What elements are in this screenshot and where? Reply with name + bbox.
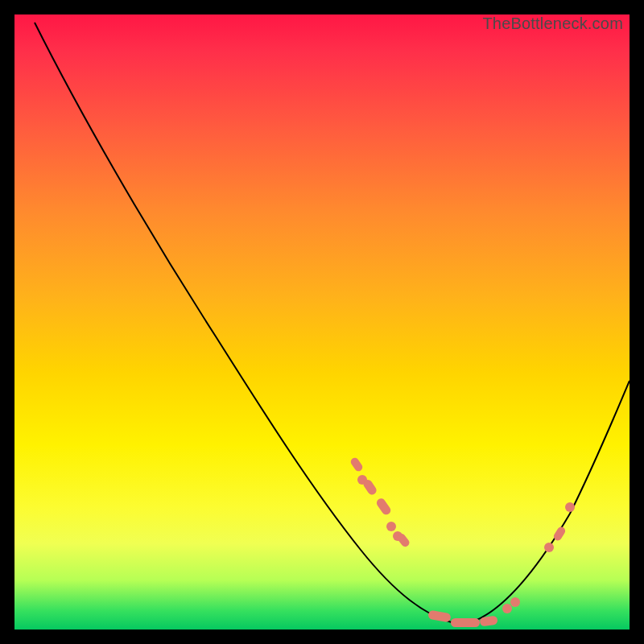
- svg-rect-7: [427, 610, 451, 623]
- svg-point-10: [502, 604, 512, 613]
- svg-rect-3: [375, 497, 393, 516]
- svg-point-14: [565, 502, 575, 512]
- chart-svg: [14, 14, 630, 630]
- svg-point-12: [544, 543, 554, 552]
- marker-cluster-trough: [427, 597, 520, 627]
- svg-rect-0: [349, 456, 364, 473]
- marker-cluster-right: [544, 502, 575, 552]
- svg-point-4: [386, 522, 396, 531]
- svg-rect-8: [451, 618, 480, 627]
- marker-cluster-left: [349, 456, 411, 548]
- bottleneck-curve: [35, 23, 630, 625]
- chart-frame: TheBottleneck.com: [14, 14, 630, 630]
- svg-point-11: [510, 597, 520, 607]
